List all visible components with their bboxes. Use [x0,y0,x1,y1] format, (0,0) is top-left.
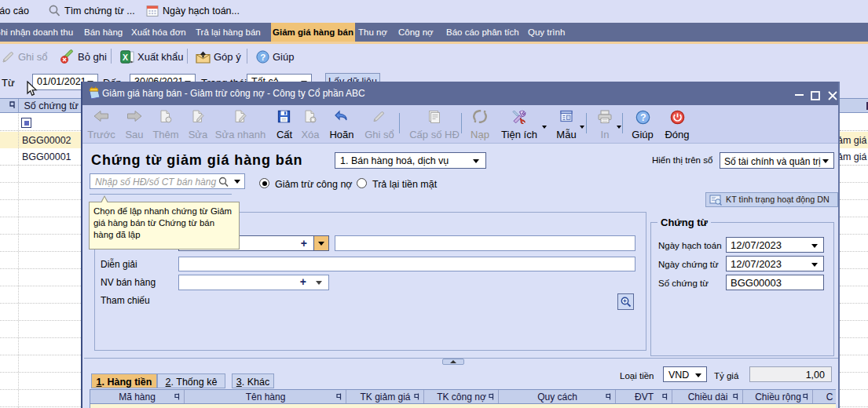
svg-text:?: ? [260,52,266,61]
svg-text:?: ? [640,112,646,123]
svg-text:X: X [123,52,128,61]
